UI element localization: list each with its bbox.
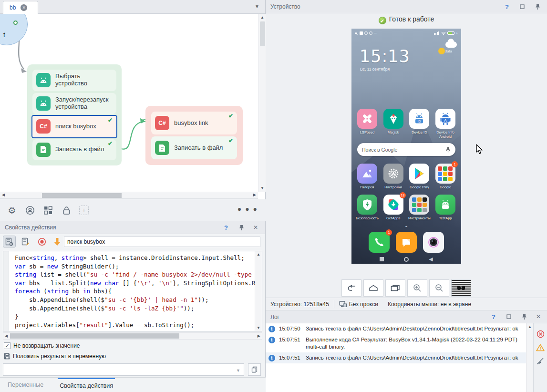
scroll-thumb[interactable] [260,21,265,46]
action-settings-doc-icon[interactable] [3,236,16,248]
app-lsposed[interactable]: LSPosed [355,109,380,139]
blocks-grid-icon[interactable] [43,205,53,216]
help-icon[interactable]: ? [503,3,511,10]
app-testapp[interactable]: TestApp [433,195,458,220]
start-output-port[interactable] [13,21,18,25]
action-group-main[interactable]: Выбрать устройство Запуск/перезапуск уст… [27,64,122,165]
lock-icon[interactable] [61,205,72,216]
scroll-down-icon[interactable]: ▼ [259,186,266,190]
scroll-up-icon[interactable]: ▲ [528,325,532,329]
profile-icon[interactable] [25,205,35,216]
canvas-vertical-scrollbar[interactable]: ▲ ▼ [258,14,266,192]
scroll-left-icon[interactable]: ◀ [2,193,5,197]
mute-icon [355,31,358,35]
scroll-right-icon[interactable]: ▶ [258,334,260,338]
result-variable-dropdown[interactable]: ▼ [3,363,244,376]
action-name-input[interactable] [64,237,260,247]
more-options-icon[interactable]: ● ● ● [237,205,258,213]
success-check-icon: ✔ [228,137,233,144]
app-magisk[interactable]: Magisk [381,109,406,139]
tab-bb[interactable]: bb ✕ [3,1,38,14]
action-search-busybox[interactable]: C# поиск busybox ✔ [32,116,116,137]
app-gallery[interactable]: Галерея [355,164,380,189]
google-search-bar[interactable]: Поиск в Google [357,143,455,156]
zoom-out-button[interactable] [429,279,449,297]
help-icon[interactable]: ? [490,313,497,320]
chevron-down-icon: ▼ [236,368,240,373]
weather-widget[interactable]: No data [437,48,454,53]
copy-variable-button[interactable] [248,363,261,376]
app-device-info[interactable]: A Device Info Android [433,109,458,139]
no-return-checkbox[interactable]: ✓ [4,342,10,349]
log-entry[interactable]: i 15:07:51 Запись текста в файл C:\Users… [266,352,526,363]
pin-icon[interactable] [520,313,528,320]
flow-canvas[interactable]: t Выбрать устройство Запуск/перезапуск у… [0,14,266,192]
device-home-button[interactable] [363,279,383,297]
show-warnings-icon[interactable] [536,344,545,351]
log-vertical-scrollbar[interactable]: ▲ [526,323,533,392]
flow-editor-panel: bb ✕ ▼ t Выбрать устройство [0,0,266,221]
canvas-horizontal-scrollbar[interactable]: ◀ ▶ [0,192,258,199]
log-entry[interactable]: i 15:07:51 Выполнение кода C# Результат:… [266,334,526,352]
app-folder-google[interactable]: 1 Google [433,164,458,189]
action-edit-doc-icon[interactable] [19,236,32,248]
app-google-play[interactable]: Google Play [407,164,432,189]
code-editor[interactable]: Func<string, string> shell = instance.Dr… [3,251,262,331]
log-entries[interactable]: i 15:07:50 Запись текста в файл C:\Users… [266,323,526,392]
action-select-device[interactable]: Выбрать устройство [32,70,116,91]
close-panel-icon[interactable]: ✕ [535,313,542,320]
code-vertical-scrollbar[interactable]: ▲ ▼ [255,251,262,331]
record-icon[interactable] [35,236,48,248]
app-device-id[interactable]: ID Device ID [407,109,432,139]
screen-capture-butterfly-button[interactable] [451,279,471,297]
action-busybox-link[interactable]: C# busybox link ✔ [151,112,237,134]
app-folder-tools[interactable]: Инструменты [407,195,432,220]
phone-app-icon[interactable]: 1 [369,232,390,253]
scroll-right-icon[interactable]: ▶ [253,193,256,197]
pin-icon[interactable] [237,224,245,231]
phone-nav-bar[interactable]: ◀ [351,256,461,262]
scroll-left-icon[interactable]: ◀ [5,334,8,338]
show-errors-icon[interactable] [537,330,545,338]
app-settings[interactable]: Настройки [381,164,406,189]
info-icon: i [268,337,275,343]
app-security[interactable]: Безопасность [355,195,380,220]
app-getapps[interactable]: 18 GetApps [381,195,406,220]
code-horizontal-scrollbar[interactable]: ◀ ▶ [3,332,262,340]
scroll-up-icon[interactable]: ▲ [259,15,266,20]
log-entry[interactable]: i 15:07:50 Запись текста в файл C:\Users… [266,323,526,334]
scroll-thumb[interactable] [10,333,179,339]
tab-variables[interactable]: Переменные [6,378,45,392]
proxy-status[interactable]: Без прокси [334,301,383,308]
maximize-icon[interactable] [518,3,526,10]
pin-icon[interactable] [534,3,541,10]
scroll-down-icon[interactable]: ▼ [257,326,260,330]
settings-gear-icon[interactable]: ⚙ [7,205,17,216]
camera-app-icon[interactable] [423,232,444,253]
action-restart-device[interactable]: Запуск/перезапуск устройства [32,93,116,114]
device-back-button[interactable] [341,279,361,297]
messages-app-icon[interactable] [396,232,417,253]
maximize-icon[interactable] [505,313,513,320]
zoom-in-button[interactable] [407,279,427,297]
tab-list-dropdown-icon[interactable]: ▼ [255,4,259,9]
add-action-icon[interactable]: + [79,206,89,215]
run-to-action-icon[interactable] [51,236,63,248]
clear-log-icon[interactable] [537,357,544,365]
notif-icon [369,31,372,35]
help-icon[interactable]: ? [222,224,230,231]
phone-status-bar: ⋯ + [351,29,461,36]
action-write-file-2[interactable]: Записать в файл ✔ [151,136,237,159]
mic-icon[interactable] [445,146,451,153]
close-panel-icon[interactable]: ✕ [252,224,259,231]
scroll-thumb[interactable] [42,193,122,198]
device-recents-button[interactable] [385,279,405,297]
close-tab-icon[interactable]: ✕ [21,4,27,11]
dock-chevron-icon[interactable]: ⌃ [351,225,461,230]
action-group-secondary[interactable]: C# busybox link ✔ Записать в файл ✔ [145,106,243,165]
action-write-file[interactable]: Записать в файл ✔ [32,139,116,161]
code-lines[interactable]: Func<string, string> shell = instance.Dr… [15,254,254,329]
device-screen[interactable]: ⋯ + 15:13 Вс, 11 сентября No data LSPose… [351,29,461,264]
tab-action-properties[interactable]: Свойства действия [58,378,115,392]
scroll-up-icon[interactable]: ▲ [257,252,260,257]
